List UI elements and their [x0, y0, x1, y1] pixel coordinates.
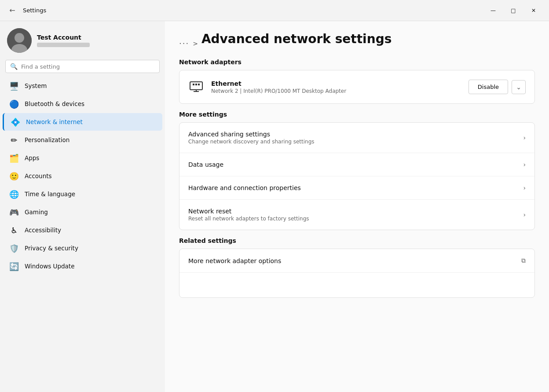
related-settings-item-0[interactable]: More network adapter options ⧉	[179, 249, 534, 273]
sidebar-label-system: System	[25, 82, 47, 89]
page-title: Advanced network settings	[201, 32, 392, 46]
apps-icon: 🗂️	[10, 154, 18, 162]
avatar	[7, 28, 32, 53]
sidebar-item-gaming[interactable]: 🎮 Gaming	[3, 203, 162, 221]
nav-menu: 🖥️ System 🔵 Bluetooth & devices 💠 Networ…	[0, 77, 165, 275]
sidebar-label-personalization: Personalization	[25, 136, 70, 143]
ethernet-card: Ethernet Network 2 | Intel(R) PRO/1000 M…	[179, 70, 535, 104]
gaming-icon: 🎮	[10, 208, 18, 216]
related-settings-item-1[interactable]	[179, 273, 534, 297]
maximize-button[interactable]: □	[503, 3, 523, 18]
settings-item-title-2: Hardware and connection properties	[188, 184, 523, 191]
titlebar: ← Settings — □ ✕	[0, 0, 549, 21]
minimize-button[interactable]: —	[483, 3, 503, 18]
related-item-info-0: More network adapter options	[188, 257, 521, 264]
settings-item-info-3: Network reset Reset all network adapters…	[188, 208, 523, 222]
svg-rect-6	[198, 84, 200, 85]
chevron-down-icon: ⌄	[516, 84, 521, 91]
settings-item-info-0: Advanced sharing settings Change network…	[188, 131, 523, 145]
settings-item-desc-3: Reset all network adapters to factory se…	[188, 216, 523, 222]
sidebar-label-network: Network & internet	[26, 118, 83, 125]
back-button[interactable]: ←	[5, 4, 19, 18]
more-settings-item-1[interactable]: Data usage ›	[179, 153, 534, 176]
svg-rect-3	[190, 82, 202, 90]
close-button[interactable]: ✕	[523, 3, 544, 18]
sidebar-item-time[interactable]: 🌐 Time & language	[3, 185, 162, 203]
network-adapters-title: Network adapters	[179, 59, 535, 66]
sidebar-label-accounts: Accounts	[25, 172, 52, 180]
related-item-title-0: More network adapter options	[188, 257, 521, 264]
related-settings-title: Related settings	[179, 237, 535, 244]
sidebar-label-bluetooth: Bluetooth & devices	[25, 100, 84, 107]
main-content: ··· > Advanced network settings Network …	[165, 21, 549, 392]
more-settings-item-3[interactable]: Network reset Reset all network adapters…	[179, 200, 534, 230]
settings-item-info-1: Data usage	[188, 161, 523, 168]
chevron-right-icon-0: ›	[523, 134, 526, 141]
svg-rect-5	[195, 84, 197, 85]
external-link-icon-0: ⧉	[521, 257, 526, 264]
bluetooth-icon: 🔵	[10, 99, 18, 108]
settings-item-title-3: Network reset	[188, 208, 523, 215]
more-settings-item-0[interactable]: Advanced sharing settings Change network…	[179, 123, 534, 153]
system-icon: 🖥️	[10, 81, 18, 90]
sidebar-item-network[interactable]: 💠 Network & internet	[3, 113, 162, 131]
sidebar-item-system[interactable]: 🖥️ System	[3, 77, 162, 95]
chevron-right-icon-2: ›	[523, 184, 526, 191]
time-icon: 🌐	[10, 190, 18, 198]
expand-button[interactable]: ⌄	[512, 80, 526, 94]
chevron-right-icon-3: ›	[523, 211, 526, 218]
more-settings-item-2[interactable]: Hardware and connection properties ›	[179, 176, 534, 200]
sidebar-label-update: Windows Update	[25, 263, 74, 270]
svg-rect-4	[193, 84, 194, 85]
user-profile[interactable]: Test Account	[0, 21, 165, 58]
sidebar: Test Account 🔍 🖥️ System 🔵 Bluetooth & d…	[0, 21, 165, 392]
search-icon: 🔍	[10, 63, 18, 70]
ethernet-actions: Disable ⌄	[468, 80, 526, 94]
settings-item-desc-0: Change network discovery and sharing set…	[188, 139, 523, 145]
search-input[interactable]	[21, 63, 155, 70]
sidebar-label-time: Time & language	[25, 191, 75, 198]
network-icon: 💠	[11, 117, 20, 126]
sidebar-item-update[interactable]: 🔄 Windows Update	[3, 257, 162, 275]
breadcrumb-separator: >	[193, 40, 198, 47]
sidebar-label-apps: Apps	[25, 154, 39, 161]
sidebar-item-apps[interactable]: 🗂️ Apps	[3, 149, 162, 167]
sidebar-item-privacy[interactable]: 🛡️ Privacy & security	[3, 239, 162, 257]
ethernet-info: Ethernet Network 2 | Intel(R) PRO/1000 M…	[211, 80, 461, 94]
user-email-blurred	[37, 43, 90, 47]
more-settings-card: Advanced sharing settings Change network…	[179, 122, 535, 230]
svg-point-1	[15, 33, 24, 43]
ethernet-name: Ethernet	[211, 80, 461, 87]
ethernet-icon	[188, 77, 204, 96]
sidebar-item-accounts[interactable]: 🙂 Accounts	[3, 167, 162, 185]
user-name: Test Account	[37, 34, 90, 41]
sidebar-item-accessibility[interactable]: ♿ Accessibility	[3, 221, 162, 239]
privacy-icon: 🛡️	[10, 244, 18, 253]
disable-button[interactable]: Disable	[468, 80, 508, 94]
sidebar-item-personalization[interactable]: ✏️ Personalization	[3, 131, 162, 149]
sidebar-item-bluetooth[interactable]: 🔵 Bluetooth & devices	[3, 95, 162, 113]
settings-item-title-1: Data usage	[188, 161, 523, 168]
sidebar-label-privacy: Privacy & security	[25, 245, 78, 252]
breadcrumb-dots[interactable]: ···	[179, 39, 189, 48]
settings-item-info-2: Hardware and connection properties	[188, 184, 523, 191]
titlebar-title: Settings	[23, 7, 46, 14]
accounts-icon: 🙂	[10, 172, 18, 180]
search-box[interactable]: 🔍	[5, 60, 160, 73]
more-settings-title: More settings	[179, 111, 535, 118]
ethernet-description: Network 2 | Intel(R) PRO/1000 MT Desktop…	[211, 88, 461, 94]
sidebar-label-accessibility: Accessibility	[25, 227, 61, 234]
breadcrumb: ··· > Advanced network settings	[179, 32, 535, 55]
settings-item-title-0: Advanced sharing settings	[188, 131, 523, 138]
update-icon: 🔄	[10, 262, 18, 271]
window-controls: — □ ✕	[483, 3, 544, 18]
personalization-icon: ✏️	[10, 136, 18, 144]
search-container: 🔍	[0, 58, 165, 77]
user-info: Test Account	[37, 34, 90, 47]
accessibility-icon: ♿	[10, 226, 18, 234]
related-settings-card: More network adapter options ⧉	[179, 249, 535, 298]
chevron-right-icon-1: ›	[523, 161, 526, 168]
sidebar-label-gaming: Gaming	[25, 209, 48, 216]
